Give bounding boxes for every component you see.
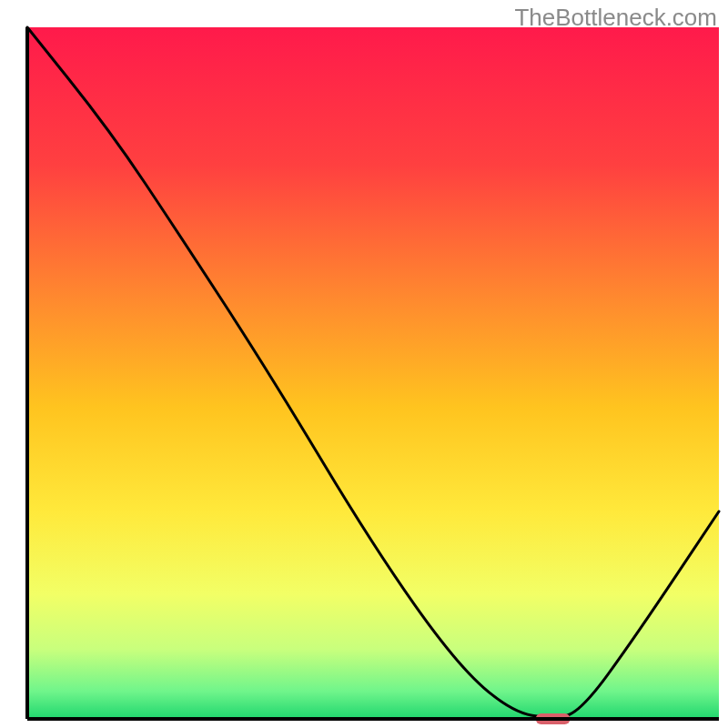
watermark-text: TheBottleneck.com bbox=[514, 4, 717, 32]
heatmap-background bbox=[27, 27, 719, 719]
chart-container: TheBottleneck.com bbox=[0, 0, 728, 728]
bottleneck-chart bbox=[0, 0, 728, 728]
